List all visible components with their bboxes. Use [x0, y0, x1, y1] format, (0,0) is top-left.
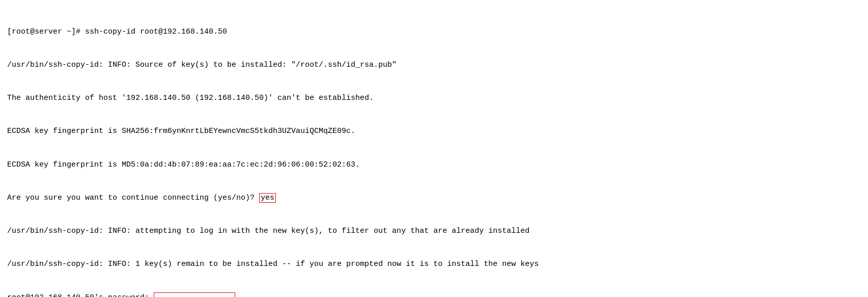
terminal: [root@server ~]# ssh-copy-id root@192.16… — [4, 2, 864, 297]
terminal-line-8: /usr/bin/ssh-copy-id: INFO: 1 key(s) rem… — [7, 259, 861, 270]
password-input-highlight — [154, 292, 235, 297]
terminal-line-9: root@192.168.140.50's password: — [7, 292, 861, 298]
yes-highlight: yes — [259, 193, 276, 203]
terminal-line-4: ECDSA key fingerprint is SHA256:frm6ynKn… — [7, 126, 861, 137]
terminal-line-7: /usr/bin/ssh-copy-id: INFO: attempting t… — [7, 226, 861, 237]
terminal-line-3: The authenticity of host '192.168.140.50… — [7, 93, 861, 104]
terminal-line-6: Are you sure you want to continue connec… — [7, 193, 861, 204]
terminal-line-2: /usr/bin/ssh-copy-id: INFO: Source of ke… — [7, 60, 861, 71]
terminal-line-1: [root@server ~]# ssh-copy-id root@192.16… — [7, 26, 861, 38]
terminal-line-5: ECDSA key fingerprint is MD5:0a:dd:4b:07… — [7, 159, 861, 171]
